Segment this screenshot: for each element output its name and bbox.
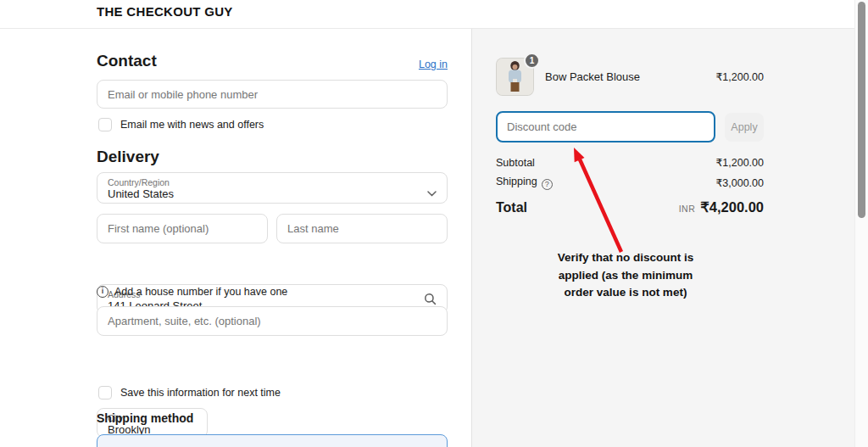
save-info-checkbox[interactable]: [98, 386, 112, 400]
address-hint-row: i Add a house number if you have one: [97, 286, 287, 298]
save-info-label: Save this information for next time: [120, 387, 281, 399]
cart-line-item: 1 Bow Packet Blouse ₹1,200.00: [496, 58, 764, 96]
vertical-scrollbar: [854, 0, 868, 447]
newsletter-checkbox[interactable]: [98, 118, 112, 131]
summary-column: 1 Bow Packet Blouse ₹1,200.00 Apply Subt…: [496, 29, 764, 447]
annotation-note: Verify that no discount is applied (as t…: [542, 249, 709, 302]
discount-code-input[interactable]: [496, 111, 715, 142]
annotation-arrow: [559, 140, 635, 259]
subtotal-value: ₹1,200.00: [715, 156, 764, 169]
country-value: United States: [108, 187, 437, 201]
total-label: Total: [496, 200, 527, 215]
discount-row: Apply: [496, 111, 764, 142]
contact-heading: Contact: [97, 52, 157, 70]
annotation-line: Verify that no discount is: [542, 249, 709, 267]
shipping-method-heading: Shipping method: [97, 411, 193, 425]
scrollbar-thumb[interactable]: [858, 2, 865, 218]
annotation-line: order value is not met): [542, 284, 709, 302]
product-thumbnail: 1: [496, 58, 534, 96]
email-input[interactable]: [97, 80, 448, 109]
checkout-page: THE CHECKOUT GUY Contact Log in Email me…: [0, 0, 868, 447]
address-hint-text: Add a house number if you have one: [114, 286, 287, 298]
info-icon: i: [97, 286, 108, 298]
form-column: Contact Log in Email me with news and of…: [97, 29, 448, 447]
help-icon[interactable]: ?: [542, 179, 553, 190]
product-name: Bow Packet Blouse: [545, 70, 715, 83]
site-header: THE CHECKOUT GUY: [0, 0, 868, 29]
contact-header-row: Contact Log in: [97, 52, 448, 70]
currency-code: INR: [679, 204, 696, 214]
chevron-down-icon: [427, 185, 437, 200]
shipping-option-selected[interactable]: [97, 434, 448, 447]
checkout-form-panel: Contact Log in Email me with news and of…: [0, 29, 471, 447]
login-link[interactable]: Log in: [419, 59, 448, 70]
subtotal-label: Subtotal: [496, 157, 535, 169]
first-name-input[interactable]: [97, 214, 268, 243]
store-logo: THE CHECKOUT GUY: [97, 4, 233, 19]
apartment-input[interactable]: [97, 306, 448, 336]
newsletter-row: Email me with news and offers: [98, 118, 264, 131]
order-summary-panel: 1 Bow Packet Blouse ₹1,200.00 Apply Subt…: [471, 29, 854, 447]
quantity-badge: 1: [524, 53, 540, 69]
apply-discount-button[interactable]: Apply: [725, 113, 764, 142]
delivery-heading: Delivery: [97, 148, 159, 166]
product-price: ₹1,200.00: [715, 70, 764, 83]
last-name-input[interactable]: [276, 214, 448, 243]
country-label: Country/Region: [108, 177, 437, 187]
shipping-label: Shipping?: [496, 176, 553, 190]
newsletter-label: Email me with news and offers: [120, 119, 264, 131]
total-value: INR₹4,200.00: [679, 199, 764, 215]
country-select[interactable]: Country/Region United States: [97, 172, 448, 204]
shipping-value: ₹3,000.00: [715, 176, 764, 189]
annotation-line: applied (as the minimum: [542, 267, 709, 285]
save-info-row: Save this information for next time: [98, 386, 281, 400]
